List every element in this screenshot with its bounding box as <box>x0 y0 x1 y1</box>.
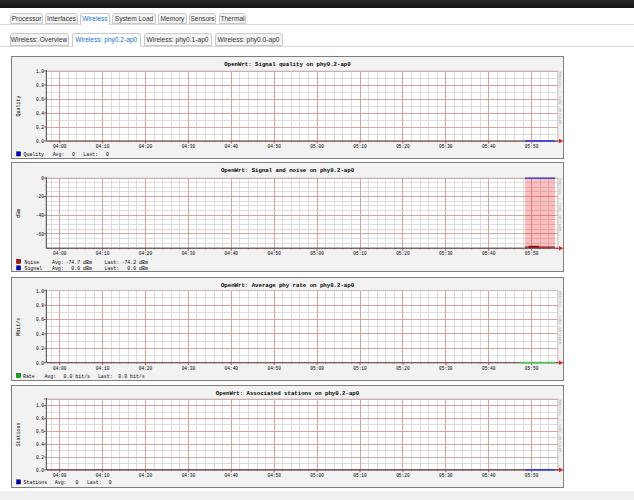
svg-text:OpenWrt: Signal and noise on p: OpenWrt: Signal and noise on phy0.2-ap0 <box>221 167 355 174</box>
svg-text:04:40: 04:40 <box>225 473 239 478</box>
svg-text:04:20: 04:20 <box>139 144 153 149</box>
svg-text:Last:: Last: <box>87 480 102 485</box>
svg-text:RRDTOOL / TOBI OETIKER: RRDTOOL / TOBI OETIKER <box>558 400 562 454</box>
svg-text:Stations: Stations <box>24 480 48 485</box>
svg-text:Last:: Last: <box>83 152 98 157</box>
svg-text:0: 0 <box>109 480 112 485</box>
svg-text:04:20: 04:20 <box>139 251 153 256</box>
svg-text:04:50: 04:50 <box>267 144 281 149</box>
svg-text:0.4: 0.4 <box>36 111 44 116</box>
svg-text:0.2: 0.2 <box>36 455 44 460</box>
svg-text:0.6: 0.6 <box>36 317 44 322</box>
svg-text:05:30: 05:30 <box>439 251 453 256</box>
svg-text:04:50: 04:50 <box>267 251 281 256</box>
svg-text:05:40: 05:40 <box>482 144 496 149</box>
svg-text:05:10: 05:10 <box>353 144 367 149</box>
svg-text:0.0: 0.0 <box>36 361 44 366</box>
svg-text:05:00: 05:00 <box>310 251 324 256</box>
svg-text:04:20: 04:20 <box>139 366 153 371</box>
svg-text:04:50: 04:50 <box>267 366 281 371</box>
svg-text:1.0: 1.0 <box>36 69 44 74</box>
svg-text:0: 0 <box>106 152 109 157</box>
svg-text:05:20: 05:20 <box>396 473 410 478</box>
svg-text:Avg:: Avg: <box>55 480 67 485</box>
svg-text:Avg:: Avg: <box>53 152 65 157</box>
svg-text:04:10: 04:10 <box>96 473 110 478</box>
svg-text:05:20: 05:20 <box>396 366 410 371</box>
svg-text:0.8: 0.8 <box>36 303 44 308</box>
svg-text:Stations: Stations <box>16 422 22 446</box>
svg-text:04:30: 04:30 <box>182 144 196 149</box>
svg-text:0.8: 0.8 <box>36 416 44 421</box>
svg-text:05:00: 05:00 <box>310 144 324 149</box>
svg-text:0.2: 0.2 <box>36 346 44 351</box>
svg-text:Last:: Last: <box>105 260 120 265</box>
svg-text:1.0: 1.0 <box>36 289 44 294</box>
svg-text:0.0 bit/s: 0.0 bit/s <box>118 374 144 379</box>
svg-text:-20: -20 <box>36 194 44 199</box>
svg-text:05:50: 05:50 <box>525 144 539 149</box>
svg-text:Avg:: Avg: <box>52 266 64 271</box>
svg-text:0.0 dBm: 0.0 dBm <box>122 266 148 271</box>
svg-text:04:10: 04:10 <box>96 144 110 149</box>
svg-text:05:30: 05:30 <box>439 144 453 149</box>
svg-text:OpenWrt: Average phy rate on p: OpenWrt: Average phy rate on phy0.2-ap0 <box>221 282 355 289</box>
svg-text:05:40: 05:40 <box>482 251 496 256</box>
svg-text:dBm: dBm <box>16 209 22 218</box>
svg-text:04:00: 04:00 <box>53 251 67 256</box>
svg-text:0.8: 0.8 <box>36 83 44 88</box>
svg-text:04:30: 04:30 <box>182 251 196 256</box>
svg-text:05:40: 05:40 <box>482 366 496 371</box>
svg-text:RRDTOOL / TOBI OETIKER: RRDTOOL / TOBI OETIKER <box>558 179 562 233</box>
svg-text:0.6: 0.6 <box>36 429 44 434</box>
svg-text:Avg:: Avg: <box>52 260 64 265</box>
svg-text:Avg:: Avg: <box>44 374 56 379</box>
svg-text:Quality: Quality <box>24 152 45 157</box>
svg-text:04:40: 04:40 <box>225 251 239 256</box>
svg-text:0.4: 0.4 <box>36 442 44 447</box>
svg-text:0.0: 0.0 <box>36 139 44 144</box>
svg-text:04:00: 04:00 <box>53 366 67 371</box>
svg-text:04:50: 04:50 <box>267 473 281 478</box>
svg-text:Quality: Quality <box>16 95 22 116</box>
svg-text:RRDTOOL / TOBI OETIKER: RRDTOOL / TOBI OETIKER <box>558 291 562 345</box>
svg-text:Rate: Rate <box>23 374 35 379</box>
svg-text:OpenWrt: Signal quality on phy: OpenWrt: Signal quality on phy0.2-ap0 <box>224 61 351 68</box>
svg-text:05:10: 05:10 <box>353 366 367 371</box>
svg-text:05:50: 05:50 <box>525 473 539 478</box>
svg-text:05:10: 05:10 <box>353 473 367 478</box>
svg-text:04:40: 04:40 <box>225 366 239 371</box>
svg-text:04:10: 04:10 <box>96 366 110 371</box>
svg-text:Noise: Noise <box>25 260 40 265</box>
svg-text:05:50: 05:50 <box>525 366 539 371</box>
svg-text:05:30: 05:30 <box>439 473 453 478</box>
svg-text:05:00: 05:00 <box>310 366 324 371</box>
svg-text:0: 0 <box>72 152 75 157</box>
svg-text:Signal: Signal <box>25 266 43 271</box>
svg-text:0.0 dBm: 0.0 dBm <box>66 266 92 271</box>
svg-text:0.4: 0.4 <box>36 332 44 337</box>
svg-text:05:40: 05:40 <box>482 473 496 478</box>
svg-text:04:30: 04:30 <box>182 366 196 371</box>
svg-text:0.0 bit/s: 0.0 bit/s <box>64 374 90 379</box>
svg-text:Last:: Last: <box>105 266 120 271</box>
svg-text:05:30: 05:30 <box>439 366 453 371</box>
svg-text:-74.2 dBm: -74.2 dBm <box>122 260 148 265</box>
svg-text:1.0: 1.0 <box>36 403 44 408</box>
svg-text:-60: -60 <box>36 232 44 237</box>
svg-text:04:20: 04:20 <box>139 473 153 478</box>
svg-text:0: 0 <box>76 480 79 485</box>
svg-text:05:20: 05:20 <box>396 251 410 256</box>
svg-text:Last:: Last: <box>98 374 113 379</box>
svg-text:05:20: 05:20 <box>396 144 410 149</box>
svg-text:-40: -40 <box>36 213 44 218</box>
svg-text:OpenWrt: Associated stations o: OpenWrt: Associated stations on phy0.2-a… <box>216 390 360 397</box>
svg-text:0.6: 0.6 <box>36 97 44 102</box>
svg-text:04:40: 04:40 <box>225 144 239 149</box>
svg-text:04:00: 04:00 <box>53 144 67 149</box>
svg-text:-74.7 dBm: -74.7 dBm <box>66 260 92 265</box>
svg-text:05:00: 05:00 <box>310 473 324 478</box>
svg-text:0.2: 0.2 <box>36 125 44 130</box>
svg-text:04:10: 04:10 <box>96 251 110 256</box>
svg-text:RRDTOOL / TOBI OETIKER: RRDTOOL / TOBI OETIKER <box>558 72 562 126</box>
